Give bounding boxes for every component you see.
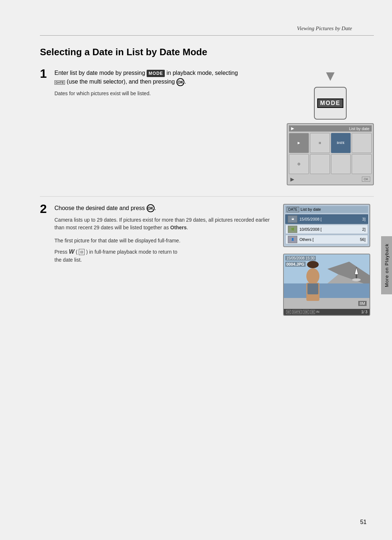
date-icon-bottom: DATE: [292, 310, 302, 314]
cs1-title: List by date: [349, 126, 369, 131]
cs2-row-3: 👤 Others [ 56]: [285, 235, 368, 244]
cs2-row-1: 🏔 15/05/2008 [ 3]: [285, 214, 368, 224]
step-2-main-text: Choose the desired date and press OK.: [54, 204, 272, 213]
side-tab-text: More on Playback: [384, 243, 389, 287]
ok-circle-step2: OK: [147, 204, 155, 212]
step-2-number: 2: [40, 202, 54, 215]
w-button-label: W: [69, 249, 74, 255]
cs1-cell-7: [331, 154, 351, 174]
fullframe-text2: Press W ( ⊟ ) in full-frame playback mod…: [54, 247, 272, 264]
svg-point-10: [307, 261, 319, 268]
step-1-sub-text: Dates for which pictures exist will be l…: [54, 90, 279, 97]
cs2-header: DATE List by date: [285, 206, 368, 213]
step-2: 2 Choose the desired date and press OK. …: [40, 204, 374, 316]
cs2-count-3: 56]: [360, 237, 366, 242]
cs3-bottom-icons: W DATE OK ⊟ IN: [286, 310, 319, 314]
cs2-date-1: 15/05/2008 [: [299, 217, 360, 221]
mode-btn: MODE: [317, 98, 343, 108]
mode-button-illustration: MODE: [314, 87, 347, 120]
cs1-ok: OK: [362, 177, 370, 182]
step-2-content: Choose the desired date and press OK. Ca…: [54, 204, 279, 267]
cs2-row-2: 🌿 10/05/2008 [ 2]: [285, 225, 368, 234]
fullframe-text1: The first picture for that date will be …: [54, 237, 272, 245]
step-1: 1 Enter list by date mode by pressing MO…: [40, 69, 374, 185]
cs1-bottom: ▶ OK: [289, 176, 372, 183]
step-1-main-text: Enter list by date mode by pressing MODE…: [54, 69, 279, 86]
arrow-down-icon: ▼: [323, 69, 338, 83]
cs1-play-bottom: ▶: [290, 176, 294, 182]
w-icon: W: [286, 310, 291, 314]
cs1-cell-8: [352, 154, 372, 174]
svg-point-7: [352, 278, 361, 281]
svg-rect-4: [284, 298, 370, 309]
step-1-images: ▼ MODE ▶ List by date ▶ ⊞ DATE ⚙: [287, 69, 374, 185]
step-2-images: DATE List by date 🏔 15/05/2008 [ 3] 🌿 10…: [279, 204, 374, 316]
camera-screen-2: DATE List by date 🏔 15/05/2008 [ 3] 🌿 10…: [283, 204, 370, 247]
step-2-sub-text: Camera lists up to 29 dates. If pictures…: [54, 216, 272, 231]
step-1-number: 1: [40, 67, 54, 80]
cs1-cell-1: ▶: [289, 133, 309, 153]
cs2-title: List by date: [301, 207, 321, 211]
chapter-title: Selecting a Date in List by Date Mode: [40, 47, 374, 58]
svg-rect-12: [307, 283, 318, 294]
camera-screen-1: ▶ List by date ▶ ⊞ DATE ⚙ ▶ OK: [287, 123, 374, 185]
thumbnail-icon: ⊟: [79, 249, 85, 255]
others-label: Others: [170, 225, 187, 230]
cs1-grid: ▶ ⊞ DATE ⚙: [289, 133, 372, 174]
ok-circle-step1: OK: [176, 78, 184, 86]
cs3-bottom-bar: W DATE OK ⊟ IN 1/ 3: [284, 309, 369, 315]
header-title: Viewing Pictures by Date: [297, 25, 352, 31]
cs1-cell-6: [310, 154, 330, 174]
extra-icon-1: ⊟: [310, 310, 315, 314]
step-1-content: Enter list by date mode by pressing MODE…: [54, 69, 287, 97]
in-label: IN: [316, 310, 319, 314]
megapixel-indicator: 8M: [358, 301, 367, 306]
side-tab: More on Playback: [381, 236, 392, 294]
camera-screen-3: 15/05/2008 15:30 0004.JPG 8M W DATE OK ⊟…: [283, 254, 370, 316]
cs1-play: ▶: [291, 126, 294, 131]
cs2-count-1: 3]: [362, 217, 366, 221]
page-number: 51: [360, 519, 367, 525]
cs1-cell-3: DATE: [331, 133, 351, 153]
page-header: Viewing Pictures by Date: [40, 15, 374, 36]
ok-icon-bottom: OK: [303, 310, 309, 314]
cs2-count-2: 2]: [362, 227, 366, 231]
cs3-datetime: 15/05/2008 15:30: [285, 256, 316, 261]
svg-rect-3: [284, 283, 370, 298]
date-icon-label: DATE: [54, 80, 65, 85]
cs1-cell-5: ⚙: [289, 154, 309, 174]
cs2-date-3: Others [: [299, 237, 358, 242]
cs2-thumb-2: 🌿: [288, 226, 297, 233]
cs2-date-2: 10/05/2008 [: [299, 227, 360, 231]
cs2-icon: DATE: [287, 207, 299, 212]
mode-button-label: MODE: [147, 70, 165, 77]
cs3-filename: 0004.JPG: [285, 262, 306, 267]
cs3-count: 1/ 3: [361, 310, 367, 314]
cs1-cell-4: [352, 133, 372, 153]
cs1-header: ▶ List by date: [289, 125, 372, 132]
cs2-thumb-3: 👤: [288, 236, 297, 243]
cs3-image: 15/05/2008 15:30 0004.JPG 8M: [284, 254, 369, 309]
svg-point-8: [306, 268, 319, 284]
cs2-thumb-1: 🏔: [288, 215, 297, 223]
step-2-additional: The first picture for that date will be …: [54, 237, 272, 264]
cs1-cell-2: ⊞: [310, 133, 330, 153]
step-divider: [40, 196, 374, 197]
